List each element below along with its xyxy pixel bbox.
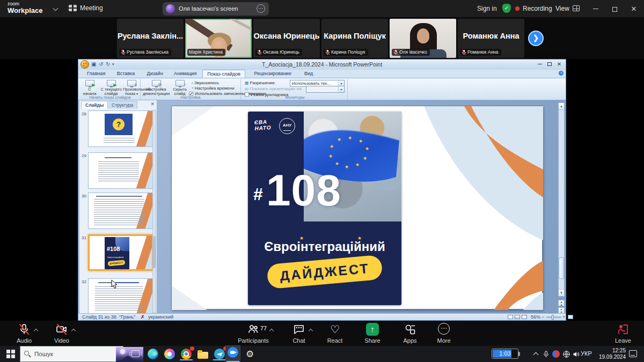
ppt-close-button[interactable]: ✕ [555,61,564,68]
ribbon-tab-рецензирование[interactable]: Рецензирование [250,70,296,78]
help-icon[interactable]: ? [559,71,564,76]
sign-in-button[interactable]: Sign in [477,5,497,12]
action-center-icon[interactable] [629,350,637,357]
slide-thumbnail-28[interactable]: ? [88,110,153,147]
start-button[interactable] [6,350,15,358]
more-icon: ⋯ [438,323,450,335]
participant-tile[interactable]: Марія Христина [185,19,252,58]
more-button[interactable]: ⋯More [420,322,468,344]
view-button[interactable]: View [555,5,580,12]
brand-workplace: Workplace [8,6,43,14]
spellcheck-icon[interactable]: ✗ [141,314,145,320]
taskbar-clock[interactable]: 12:25 19.09.2024 [595,348,626,360]
participant-tile[interactable]: Карина ПоліщукКарина Поліщук [321,19,388,58]
ribbon-tab-вид[interactable]: Вид [300,70,317,78]
protection-icon[interactable] [552,350,560,362]
participant-tile[interactable]: Оля Івасечко [390,19,456,58]
previous-slide-button[interactable]: ▲▲ [558,300,565,306]
security-shield-icon[interactable]: ✓ [502,4,511,13]
ribbon-tabs-row: ? ГлавнаяВставкаДизайнАнимацияПоказ слай… [78,70,566,78]
window-close-button[interactable]: ✕ [626,0,642,18]
taskbar-app-settings[interactable]: ⚙ [244,348,258,360]
from-beginning-button[interactable]: ▶ С начала [81,80,98,96]
record-narration-option[interactable]: ♪Звукозапись [191,80,219,85]
tab-slides[interactable]: Слайды [81,101,108,109]
setup-slideshow-button[interactable]: ⚙ Настройка демонстрации [142,80,170,96]
taskbar-app-edge[interactable] [146,348,160,360]
slide-sorter-view-icon[interactable] [515,315,520,319]
leave-icon [617,330,630,337]
taskbar-app-task-view[interactable] [129,348,143,360]
pill-more-icon[interactable]: ⋯ [257,4,265,13]
custom-slideshow-button[interactable]: ≡ Произвольный показ ▾ [123,80,140,96]
language-switcher[interactable]: УКР [581,350,592,362]
taskbar-app-zoom[interactable] [226,346,240,362]
main-scrollbar[interactable]: ▲ ▼ [558,102,565,297]
from-current-slide-button[interactable]: ▶ С текущего слайда [99,80,123,96]
ribbon-tab-дизайн[interactable]: Дизайн [143,70,167,78]
mic-tray-icon[interactable] [542,350,550,362]
thumbnail-row: 29 [79,152,157,192]
window-minimize-button[interactable] [588,0,604,18]
zoom-in-icon[interactable]: + [562,314,565,320]
meeting-icon [69,5,77,11]
video-button[interactable]: Video [38,322,86,344]
current-slide[interactable]: ★★★ ★★★ ★★★★ ЄВА НАТО АНУ # 1 [171,106,543,309]
taskbar-app-explorer[interactable] [196,348,210,360]
slide-thumbnail-32[interactable] [88,278,153,315]
scrollbar-thumb[interactable] [559,257,564,279]
speaker-icon[interactable] [572,350,580,362]
tray-expand-icon[interactable] [533,352,539,358]
chevron-up-icon[interactable] [71,329,76,333]
slide-thumbnail-31[interactable]: #108ЄвроінтеграційнийДАЙДЖЕСТ [88,234,153,271]
scroll-up-icon[interactable]: ▲ [559,103,564,110]
taskbar-app-copilot[interactable] [163,348,177,360]
thumbnail-row: 28? [79,110,157,150]
participants-button[interactable]: 77Participants [229,322,277,344]
search-placeholder: Пошук [34,351,53,357]
leave-button[interactable]: Leave [599,322,644,344]
tab-outline[interactable]: Структура [107,101,137,109]
zoom-slider[interactable] [546,316,561,318]
hide-slide-button[interactable]: ∕ Скрыть слайд [171,80,189,96]
scroll-down-icon[interactable]: ▼ [559,289,564,296]
slide-thumbnail-29[interactable] [88,152,153,189]
taskbar-app-chrome[interactable] [179,348,193,360]
ppt-minimize-button[interactable] [536,61,544,68]
svg-text:★: ★ [355,162,360,167]
language-indicator[interactable]: украинский [148,314,173,320]
rehearse-timings-option[interactable]: ◔Настройка времени [191,86,234,91]
ribbon-group-setup: ⚙ Настройка демонстрации ∕ Скрыть слайд … [141,79,241,100]
workspace-dropdown-icon[interactable] [53,6,58,11]
chevron-up-icon[interactable] [269,329,274,333]
zoom-out-icon[interactable]: − [541,314,544,320]
tab-meeting[interactable]: Meeting [69,4,103,12]
ppt-restore-button[interactable] [545,61,554,68]
ribbon-tab-показ-слайдов[interactable]: Показ слайдов [202,70,245,78]
panel-scrollbar[interactable] [152,110,156,313]
ribbon-tab-вставка[interactable]: Вставка [113,70,139,78]
battery-timer-widget[interactable]: 1:03 [492,349,518,359]
participant-tile[interactable]: Романюк АннаРоманюк Анна [458,19,524,58]
network-globe-icon[interactable] [562,350,570,362]
taskbar-app-telegram[interactable] [213,348,226,360]
ribbon-tab-анимация[interactable]: Анимация [170,70,201,78]
participants-count: 77 [260,325,267,331]
participant-tile[interactable]: Руслана Заклін...Руслана Заклінська [117,19,184,58]
recording-dot-icon [515,6,519,11]
fit-to-window-icon[interactable] [568,315,573,319]
panel-close-icon[interactable]: ✕ [150,101,155,107]
zoom-level[interactable]: 56% [531,314,540,320]
normal-view-icon[interactable] [508,315,513,319]
taskbar-search-input[interactable]: Пошук [20,346,123,362]
next-participants-button[interactable]: ❯ [528,31,544,46]
participant-tile[interactable]: Оксана ЮринецьОксана Юринець [253,19,320,58]
slideshow-view-icon[interactable] [522,315,527,319]
window-maximize-button[interactable] [606,0,623,18]
shared-screen-pill[interactable]: Оля Івасечко's screen ⋯ [163,2,269,16]
share-icon: ↑ [366,323,379,336]
issue-number: 108 [266,165,341,216]
setup-show-icon: ⚙ [152,80,161,86]
slide-thumbnail-30[interactable] [88,193,153,229]
ribbon-tab-главная[interactable]: Главная [83,70,109,78]
